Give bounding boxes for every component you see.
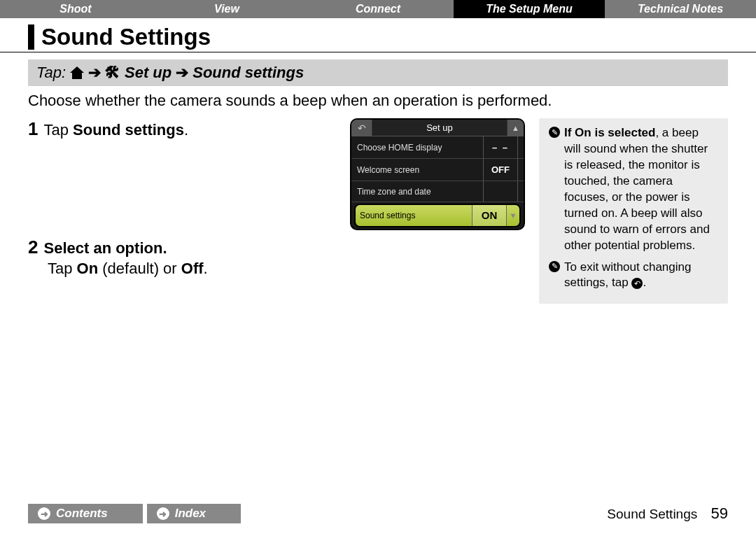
title-row: Sound Settings [0,18,756,52]
step2-mid: (default) or [98,260,181,277]
note2-pre: To exit without changing settings, tap [564,260,691,290]
path-prefix: Tap: [36,64,66,82]
footer-section: Sound Settings [607,507,697,521]
back-icon: ↶ [631,278,643,289]
index-button[interactable]: ➜ Index [147,504,241,523]
screenshot-up-icon: ▲ [507,120,524,136]
tab-setup-menu[interactable]: The Setup Menu [454,0,605,18]
contents-button[interactable]: ➜ Contents [28,504,143,523]
contents-label: Contents [56,507,108,521]
step2-off: Off [181,260,204,277]
arrow-icon: ➔ [176,64,188,82]
note1-text: , a beep will sound when the shutter is … [564,126,710,252]
note1-bold: If On is selected [564,126,655,139]
tab-technical-notes[interactable]: Technical Notes [605,0,756,18]
note-1: ✎ If On is selected, a beep will sound w… [549,125,718,254]
screenshot-row: Welcome screen OFF [351,159,524,181]
step-number: 1 [28,118,38,140]
top-tabs: Shoot View Connect The Setup Menu Techni… [0,0,756,18]
screenshot-down-icon: ▼ [507,211,519,220]
path-setup: Set up [125,64,172,82]
step-number: 2 [28,237,38,258]
step2-post: . [204,260,208,277]
setup-wrench-icon: 🛠 [105,64,120,82]
arrow-icon: ➔ [88,64,101,82]
home-icon [70,66,84,79]
link-arrow-icon: ➜ [38,507,50,520]
note-icon: ✎ [549,127,560,138]
index-label: Index [175,507,206,521]
step2-on: On [77,260,99,277]
link-arrow-icon: ➜ [157,507,169,520]
step2-sub-pre: Tap [48,260,77,277]
page-title: Sound Settings [41,24,211,50]
navigation-path: Tap: ➔ 🛠 Set up ➔ Sound settings [28,59,728,86]
screenshot-row: Time zone and date [351,181,524,202]
screenshot-row: Choose HOME display – – [351,136,524,159]
note-2: ✎ To exit without changing settings, tap… [549,260,718,292]
step1-pre: Tap [43,121,73,139]
tab-connect[interactable]: Connect [302,0,454,18]
tab-shoot[interactable]: Shoot [0,0,151,18]
intro-text: Choose whether the camera sounds a beep … [0,92,756,110]
tab-view[interactable]: View [151,0,302,18]
row-value: OFF [483,159,518,181]
row-label: Welcome screen [357,165,483,175]
page-number: 59 [711,505,728,522]
row-label: Time zone and date [357,187,483,197]
screenshot-selected-row: Sound settings ON ▼ [354,204,521,227]
camera-screenshot: ↶ Set up ▲ Choose HOME display – – Welco… [350,118,525,230]
step1-post: . [184,121,188,139]
selected-value: ON [472,205,507,226]
step-1: 1 Tap Sound settings. [28,118,336,140]
title-accent-bar [28,24,34,50]
note2-post: . [643,276,646,289]
row-value [483,181,518,202]
row-label: Choose HOME display [357,143,483,153]
selected-label: Sound settings [356,211,472,220]
screenshot-title: Set up [372,122,507,133]
row-value: – – [483,136,518,158]
footer: ➜ Contents ➜ Index Sound Settings 59 [0,504,756,523]
notes-panel: ✎ If On is selected, a beep will sound w… [539,118,728,304]
path-target: Sound settings [192,64,304,82]
step1-bold: Sound settings [73,121,184,139]
step2-bold: Select an option. [43,239,167,257]
screenshot-back-icon: ↶ [351,120,372,136]
step-2: 2 Select an option. Tap On (default) or … [28,237,336,278]
note-icon: ✎ [549,261,560,272]
